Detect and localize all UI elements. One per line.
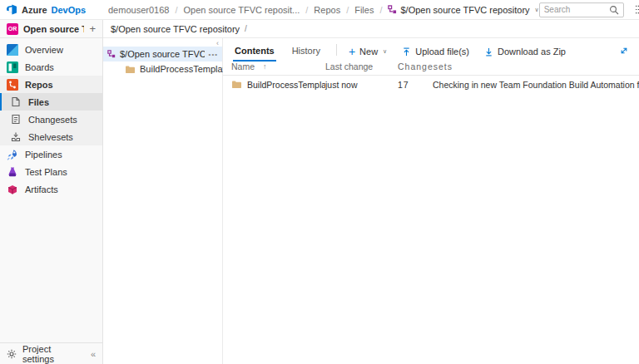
sidebar-item-changesets[interactable]: Changesets	[0, 111, 102, 128]
file-icon	[10, 96, 22, 108]
boards-icon	[7, 61, 18, 73]
project-name[interactable]: Open source TFVC re...	[23, 24, 84, 34]
sidebar-item-test-plans[interactable]: Test Plans	[0, 163, 102, 180]
breadcrumb-separator: /	[346, 5, 349, 15]
tree-root-node[interactable]: $/Open source TFVC repository •••	[103, 47, 222, 61]
row-comment-cell: Checking in new Team Foundation Build Au…	[433, 80, 639, 90]
tree-root-label: $/Open source TFVC repository	[120, 49, 205, 59]
sidebar-item-boards[interactable]: Boards	[0, 58, 102, 76]
sidebar-item-artifacts[interactable]: Artifacts	[0, 180, 102, 198]
task-list-icon[interactable]	[635, 5, 639, 14]
breadcrumb-project[interactable]: Open source TFVC reposit...	[183, 5, 300, 15]
row-changesets-cell[interactable]: 17	[398, 80, 433, 90]
column-header-changesets[interactable]: Changesets	[398, 61, 433, 71]
repos-icon	[7, 79, 18, 91]
brand-devops: DevOps	[52, 5, 87, 15]
path-separator-icon[interactable]: /	[245, 24, 247, 33]
brand-azure: Azure	[22, 5, 47, 15]
folder-icon	[231, 80, 242, 89]
sort-ascending-icon: ↑	[263, 62, 267, 71]
azure-devops-logo-icon	[7, 4, 17, 15]
tab-history[interactable]: History	[290, 46, 322, 61]
topbar-actions: DU	[539, 2, 639, 17]
breadcrumb: demouser0168 / Open source TFVC reposit.…	[103, 5, 539, 15]
row-last-change-cell: just now	[325, 80, 398, 90]
download-zip-button[interactable]: Download as Zip	[484, 47, 566, 61]
table-header: Name ↑ Last change Changesets	[223, 64, 639, 76]
breadcrumb-files[interactable]: Files	[354, 5, 374, 15]
content-panel: Contents History + New ∨ Upload file(s) …	[223, 38, 639, 364]
column-header-last-change[interactable]: Last change	[325, 61, 398, 71]
artifacts-icon	[7, 184, 18, 195]
collapse-tree-icon[interactable]: ‹	[216, 39, 219, 47]
upload-icon	[402, 47, 411, 57]
content-toolbar: Contents History + New ∨ Upload file(s) …	[223, 38, 639, 61]
fullscreen-toggle-icon[interactable]	[619, 46, 629, 61]
upload-files-button[interactable]: Upload file(s)	[402, 47, 469, 61]
gear-icon	[7, 349, 17, 359]
row-name-cell[interactable]: BuildProcessTemplates	[223, 80, 325, 90]
sidebar-item-overview[interactable]: Overview	[0, 41, 102, 58]
repository-picker-label: $/Open source TFVC repository	[400, 5, 529, 15]
search-icon	[609, 5, 619, 15]
sidebar-nav: Overview Boards Repos	[0, 38, 102, 198]
column-header-name[interactable]: Name ↑	[223, 61, 325, 71]
test-plans-icon	[7, 166, 18, 178]
sidebar-item-repos[interactable]: Repos	[0, 76, 102, 93]
more-actions-icon[interactable]: •••	[209, 51, 218, 58]
repository-picker[interactable]: $/Open source TFVC repository ∨	[388, 5, 538, 15]
plus-icon: +	[349, 47, 355, 56]
top-bar: Azure DevOps demouser0168 / Open source …	[0, 0, 639, 20]
azure-devops-home-link[interactable]: Azure DevOps	[0, 4, 103, 15]
current-path[interactable]: $/Open source TFVC repository	[111, 24, 240, 34]
breadcrumb-organization[interactable]: demouser0168	[108, 5, 169, 15]
breadcrumb-separator: /	[305, 5, 308, 15]
project-avatar: OR	[7, 23, 18, 35]
project-settings-label: Project settings	[22, 344, 85, 364]
tab-contents[interactable]: Contents	[233, 46, 276, 61]
breadcrumb-separator: /	[175, 5, 177, 15]
sidebar-item-files[interactable]: Files	[0, 93, 102, 111]
source-tree-panel: ‹ $/Open source TFVC repository ••• Buil…	[103, 38, 223, 364]
tfvc-branch-icon	[388, 5, 397, 14]
table-row[interactable]: BuildProcessTemplates just now 17 Checki…	[223, 76, 639, 93]
overview-icon	[7, 44, 18, 56]
toolbar-divider	[336, 44, 337, 56]
pipelines-icon	[7, 149, 18, 160]
project-switcher[interactable]: OR Open source TFVC re... +	[0, 20, 102, 38]
new-button[interactable]: + New ∨	[349, 47, 387, 61]
download-icon	[484, 47, 493, 57]
changesets-icon	[10, 114, 22, 125]
breadcrumb-separator: /	[379, 5, 382, 15]
checkin-comment: Checking in new Team Foundation Build Au…	[433, 80, 639, 90]
search-box[interactable]	[539, 2, 624, 17]
collapse-sidebar-icon[interactable]: «	[91, 349, 96, 359]
sidebar-item-pipelines[interactable]: Pipelines	[0, 145, 102, 163]
project-settings[interactable]: Project settings «	[0, 342, 102, 364]
tfvc-branch-icon	[107, 50, 116, 58]
shelvesets-icon	[10, 131, 22, 143]
tree-child-label: BuildProcessTemplates	[140, 64, 235, 74]
sidebar: OR Open source TFVC re... + Overview Boa	[0, 20, 103, 364]
add-project-icon[interactable]: +	[89, 23, 96, 34]
tree-node-buildprocesstemplates[interactable]: BuildProcessTemplates	[103, 61, 222, 76]
chevron-down-icon: ∨	[383, 48, 387, 55]
folder-icon	[125, 65, 136, 74]
breadcrumb-repos[interactable]: Repos	[314, 5, 340, 15]
path-bar: $/Open source TFVC repository /	[103, 20, 639, 38]
search-input[interactable]	[544, 5, 609, 14]
sidebar-item-shelvesets[interactable]: Shelvesets	[0, 128, 102, 145]
